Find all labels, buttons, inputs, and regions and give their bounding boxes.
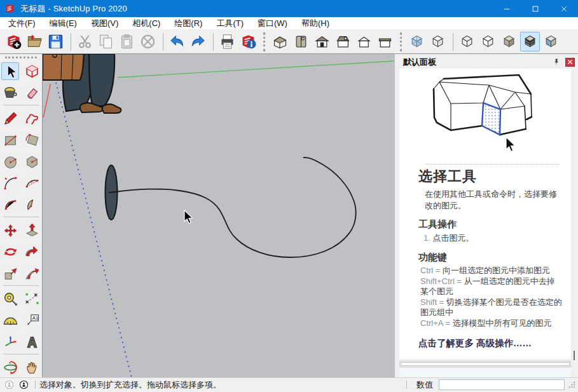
maximize-button[interactable] <box>521 0 549 17</box>
credits-button[interactable] <box>18 379 29 390</box>
minimize-button[interactable] <box>492 0 521 17</box>
pie-icon <box>24 197 40 213</box>
menu-item-camera[interactable]: 相机(C) <box>125 17 167 30</box>
menu-item-draw[interactable]: 绘图(R) <box>167 17 209 30</box>
modifier-key: Ctrl+A = <box>420 318 453 328</box>
line-tool-button[interactable] <box>1 109 19 127</box>
menu-item-tools[interactable]: 工具(T) <box>209 17 251 30</box>
style-hidden-line-button[interactable] <box>478 32 498 51</box>
default-panel: 默认面板 <box>395 54 578 377</box>
palette-grip[interactable] <box>5 57 37 58</box>
move-tool-button[interactable] <box>1 221 19 239</box>
style-wireframe-button[interactable] <box>457 32 477 51</box>
eraser-tool-button[interactable] <box>23 84 41 102</box>
style-shaded-button[interactable] <box>499 32 519 51</box>
text-tool-button[interactable]: A1 <box>23 311 41 329</box>
panel-horizontal-scrollbar[interactable] <box>399 361 571 367</box>
view-left-button[interactable] <box>354 32 374 51</box>
polygon-tool-button[interactable] <box>23 152 41 170</box>
3d-text-tool-button[interactable] <box>23 333 41 351</box>
two-point-arc-icon <box>24 175 40 191</box>
operation-heading: 工具操作 <box>418 219 571 231</box>
open-button[interactable] <box>25 32 45 51</box>
protractor-tool-button[interactable] <box>1 311 19 329</box>
undo-button[interactable] <box>167 32 187 51</box>
arc-tool-button[interactable] <box>1 174 19 192</box>
push-pull-tool-button[interactable] <box>23 221 41 239</box>
menu-item-edit[interactable]: 编辑(E) <box>43 17 84 30</box>
redo-button[interactable] <box>188 32 208 51</box>
menu-item-view[interactable]: 视图(V) <box>84 17 125 30</box>
scrollbar-thumb[interactable] <box>401 362 570 366</box>
palette-row <box>0 172 42 194</box>
two-point-arc-tool-button[interactable] <box>23 174 41 192</box>
view-iso-icon <box>272 33 289 50</box>
three-point-arc-tool-button[interactable] <box>1 196 19 213</box>
select-tool-button[interactable] <box>1 62 19 80</box>
circle-icon <box>3 154 18 170</box>
green-axis <box>118 61 394 78</box>
print-button[interactable] <box>217 32 237 51</box>
dimension-tool-button[interactable] <box>23 290 41 308</box>
palette-row <box>0 151 42 172</box>
measurement-label: 数值 <box>416 379 433 391</box>
rectangle-tool-button[interactable] <box>1 131 19 149</box>
menu-item-help[interactable]: 帮助(H) <box>294 17 336 30</box>
divider <box>426 164 560 165</box>
panel-resize-handle[interactable] <box>574 351 575 360</box>
toolbar-separator <box>71 33 71 51</box>
delete-icon <box>139 33 156 50</box>
scale-figure[interactable] <box>43 54 121 113</box>
resize-grip[interactable] <box>568 381 576 389</box>
rotated-rectangle-tool-button[interactable] <box>23 131 41 149</box>
measurement-input[interactable] <box>439 379 565 390</box>
view-iso-button[interactable] <box>270 32 290 51</box>
style-shaded-textures-button[interactable] <box>520 32 540 51</box>
menu-bar: 文件(F)编辑(E)视图(V)相机(C)绘图(R)工具(T)窗口(W)帮助(H) <box>0 17 578 30</box>
scale-tool-button[interactable] <box>1 264 19 282</box>
title-bar: 无标题 - SketchUp Pro 2020 <box>0 0 578 17</box>
offset-tool-button[interactable] <box>23 264 41 282</box>
tape-measure-tool-button[interactable] <box>1 290 19 308</box>
pin-button[interactable] <box>551 57 561 67</box>
close-window-button[interactable] <box>549 0 578 17</box>
pie-tool-button[interactable] <box>23 196 41 213</box>
geolocation-button[interactable] <box>4 379 15 390</box>
style-xray-button[interactable] <box>407 32 427 51</box>
style-shaded-textures-icon <box>521 33 539 50</box>
palette-row <box>0 241 42 262</box>
toolbar-grip[interactable] <box>400 32 402 51</box>
selected-face <box>482 103 500 135</box>
status-message: 选择对象。切换到扩充选择。拖动鼠标选择多项。 <box>39 379 403 391</box>
advanced-operations-link[interactable]: 点击了解更多 高级操作…… <box>418 337 571 349</box>
style-monochrome-button[interactable] <box>541 32 561 51</box>
view-top-button[interactable] <box>291 32 311 51</box>
style-back-edges-button[interactable] <box>428 32 448 51</box>
freehand-tool-button[interactable] <box>23 109 41 127</box>
model-canvas[interactable] <box>43 54 395 377</box>
drawn-freehand-curve[interactable] <box>109 158 356 257</box>
operation-steps: 1. 点击图元。 <box>399 233 571 244</box>
panel-header[interactable]: 默认面板 <box>395 54 578 68</box>
circle-tool-button[interactable] <box>1 152 19 170</box>
view-front-button[interactable] <box>312 32 332 51</box>
orbit-tool-button[interactable] <box>1 358 19 376</box>
pan-tool-button[interactable] <box>23 358 41 376</box>
modifier-item: Ctrl = 向一组选定的图元中添加图元 <box>420 266 562 276</box>
model-info-button[interactable] <box>238 32 258 51</box>
follow-me-tool-button[interactable] <box>23 243 41 260</box>
new-button[interactable] <box>4 32 24 51</box>
menu-item-window[interactable]: 窗口(W) <box>251 17 294 30</box>
main-region: A1 <box>0 54 578 377</box>
panel-close-button[interactable] <box>565 58 575 67</box>
menu-item-file[interactable]: 文件(F) <box>1 17 43 30</box>
rotate-tool-button[interactable] <box>1 243 19 260</box>
view-right-button[interactable] <box>333 32 353 51</box>
toolbar-grip[interactable] <box>263 32 265 51</box>
make-component-tool-button[interactable] <box>23 62 41 80</box>
view-back-button[interactable] <box>375 32 395 51</box>
paint-bucket-tool-button[interactable] <box>1 84 19 102</box>
palette-separator <box>3 285 39 286</box>
axes-tool-button[interactable] <box>1 333 19 351</box>
save-button[interactable] <box>46 32 65 51</box>
